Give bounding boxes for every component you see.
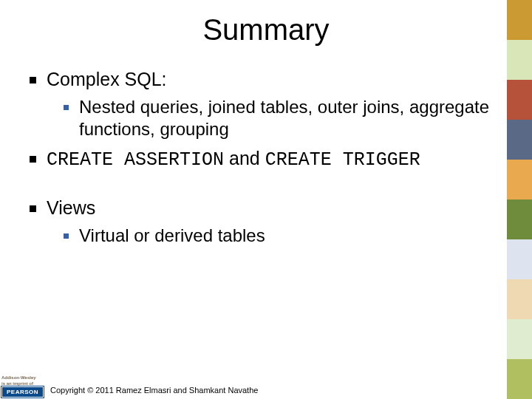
bullet-text: Complex SQL:	[47, 69, 517, 90]
bullet-marker-icon	[64, 105, 69, 110]
bullet-text: Nested queries, joined tables, outer joi…	[79, 96, 517, 140]
imprint-line: Addison-Wesley	[1, 375, 36, 380]
decorative-color-stripe	[507, 0, 532, 399]
bullet-level-2: Nested queries, joined tables, outer joi…	[64, 96, 517, 140]
slide: Summary Complex SQL:Nested queries, join…	[0, 0, 532, 399]
bullet-level-1: Views	[30, 197, 517, 219]
footer: Addison-Wesley is an imprint of PEARSON …	[0, 375, 532, 399]
bullet-text: Virtual or derived tables	[79, 225, 517, 247]
publisher-logo: Addison-Wesley is an imprint of PEARSON	[1, 375, 43, 398]
slide-title: Summary	[0, 0, 532, 47]
bullet-marker-icon	[30, 205, 36, 212]
bullet-level-2: Virtual or derived tables	[64, 225, 517, 247]
bullet-level-1: Complex SQL:	[30, 69, 517, 90]
copyright-text: Copyright © 2011 Ramez Elmasri and Shamk…	[50, 386, 258, 395]
slide-body: Complex SQL:Nested queries, joined table…	[0, 69, 532, 247]
bullet-level-1: CREATE ASSERTION and CREATE TRIGGER	[30, 148, 517, 171]
publisher-name: PEARSON	[1, 386, 44, 398]
bullet-marker-icon	[30, 77, 36, 83]
bullet-marker-icon	[64, 233, 69, 239]
bullet-marker-icon	[30, 156, 36, 163]
imprint-line: is an imprint of	[1, 381, 33, 386]
bullet-text: CREATE ASSERTION and CREATE TRIGGER	[47, 148, 517, 171]
bullet-text: Views	[47, 197, 517, 219]
